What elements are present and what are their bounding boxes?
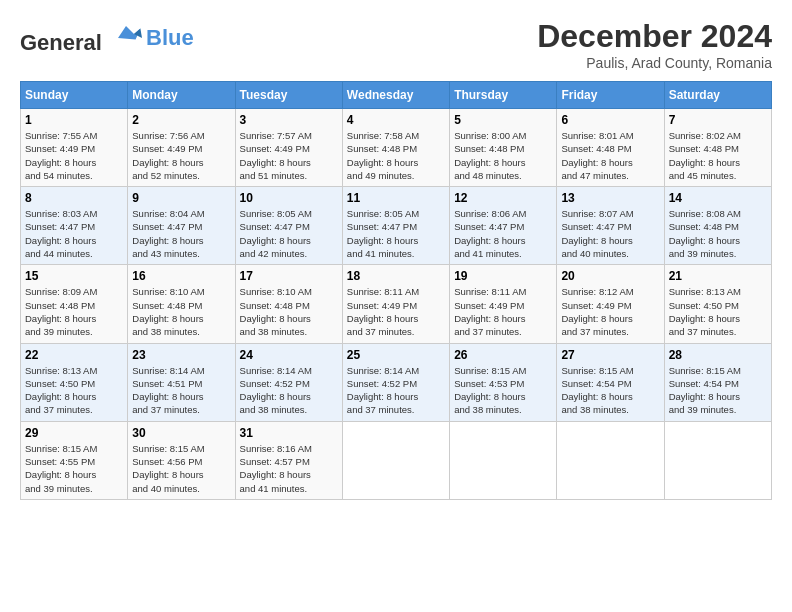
day-number: 12 (454, 191, 552, 205)
month-title: December 2024 (537, 18, 772, 55)
day-info: Sunrise: 8:00 AM Sunset: 4:48 PM Dayligh… (454, 129, 552, 182)
calendar-cell: 14Sunrise: 8:08 AM Sunset: 4:48 PM Dayli… (664, 187, 771, 265)
calendar-cell: 20Sunrise: 8:12 AM Sunset: 4:49 PM Dayli… (557, 265, 664, 343)
calendar-cell: 19Sunrise: 8:11 AM Sunset: 4:49 PM Dayli… (450, 265, 557, 343)
day-number: 13 (561, 191, 659, 205)
day-info: Sunrise: 8:12 AM Sunset: 4:49 PM Dayligh… (561, 285, 659, 338)
calendar-cell: 4Sunrise: 7:58 AM Sunset: 4:48 PM Daylig… (342, 109, 449, 187)
day-number: 26 (454, 348, 552, 362)
day-number: 29 (25, 426, 123, 440)
calendar-cell: 28Sunrise: 8:15 AM Sunset: 4:54 PM Dayli… (664, 343, 771, 421)
calendar-cell: 6Sunrise: 8:01 AM Sunset: 4:48 PM Daylig… (557, 109, 664, 187)
day-info: Sunrise: 8:14 AM Sunset: 4:52 PM Dayligh… (240, 364, 338, 417)
day-number: 15 (25, 269, 123, 283)
header: General Blue December 2024 Paulis, Arad … (20, 18, 772, 71)
day-info: Sunrise: 8:09 AM Sunset: 4:48 PM Dayligh… (25, 285, 123, 338)
day-number: 5 (454, 113, 552, 127)
day-info: Sunrise: 8:14 AM Sunset: 4:51 PM Dayligh… (132, 364, 230, 417)
calendar-cell: 31Sunrise: 8:16 AM Sunset: 4:57 PM Dayli… (235, 421, 342, 499)
day-info: Sunrise: 8:11 AM Sunset: 4:49 PM Dayligh… (347, 285, 445, 338)
calendar-cell: 17Sunrise: 8:10 AM Sunset: 4:48 PM Dayli… (235, 265, 342, 343)
day-info: Sunrise: 8:05 AM Sunset: 4:47 PM Dayligh… (240, 207, 338, 260)
day-of-week-header: Sunday (21, 82, 128, 109)
calendar-cell (664, 421, 771, 499)
calendar-cell: 10Sunrise: 8:05 AM Sunset: 4:47 PM Dayli… (235, 187, 342, 265)
calendar-cell: 21Sunrise: 8:13 AM Sunset: 4:50 PM Dayli… (664, 265, 771, 343)
day-info: Sunrise: 8:06 AM Sunset: 4:47 PM Dayligh… (454, 207, 552, 260)
day-number: 8 (25, 191, 123, 205)
day-number: 16 (132, 269, 230, 283)
calendar-cell: 12Sunrise: 8:06 AM Sunset: 4:47 PM Dayli… (450, 187, 557, 265)
calendar-cell: 22Sunrise: 8:13 AM Sunset: 4:50 PM Dayli… (21, 343, 128, 421)
calendar-cell: 27Sunrise: 8:15 AM Sunset: 4:54 PM Dayli… (557, 343, 664, 421)
day-info: Sunrise: 8:10 AM Sunset: 4:48 PM Dayligh… (240, 285, 338, 338)
logo-general: General (20, 30, 102, 55)
calendar-cell: 26Sunrise: 8:15 AM Sunset: 4:53 PM Dayli… (450, 343, 557, 421)
day-of-week-header: Tuesday (235, 82, 342, 109)
day-number: 19 (454, 269, 552, 283)
calendar-cell: 25Sunrise: 8:14 AM Sunset: 4:52 PM Dayli… (342, 343, 449, 421)
calendar-cell: 7Sunrise: 8:02 AM Sunset: 4:48 PM Daylig… (664, 109, 771, 187)
day-info: Sunrise: 8:15 AM Sunset: 4:55 PM Dayligh… (25, 442, 123, 495)
day-number: 27 (561, 348, 659, 362)
day-info: Sunrise: 8:15 AM Sunset: 4:53 PM Dayligh… (454, 364, 552, 417)
day-number: 21 (669, 269, 767, 283)
calendar-week-row: 15Sunrise: 8:09 AM Sunset: 4:48 PM Dayli… (21, 265, 772, 343)
day-info: Sunrise: 8:04 AM Sunset: 4:47 PM Dayligh… (132, 207, 230, 260)
day-info: Sunrise: 8:03 AM Sunset: 4:47 PM Dayligh… (25, 207, 123, 260)
logo-blue: Blue (146, 25, 194, 51)
day-number: 10 (240, 191, 338, 205)
calendar-cell: 5Sunrise: 8:00 AM Sunset: 4:48 PM Daylig… (450, 109, 557, 187)
calendar-cell: 23Sunrise: 8:14 AM Sunset: 4:51 PM Dayli… (128, 343, 235, 421)
day-number: 24 (240, 348, 338, 362)
logo-bird-icon (110, 18, 142, 50)
calendar-cell (342, 421, 449, 499)
day-info: Sunrise: 8:05 AM Sunset: 4:47 PM Dayligh… (347, 207, 445, 260)
calendar-cell: 3Sunrise: 7:57 AM Sunset: 4:49 PM Daylig… (235, 109, 342, 187)
day-number: 14 (669, 191, 767, 205)
day-info: Sunrise: 8:15 AM Sunset: 4:56 PM Dayligh… (132, 442, 230, 495)
calendar-cell: 15Sunrise: 8:09 AM Sunset: 4:48 PM Dayli… (21, 265, 128, 343)
calendar-cell: 13Sunrise: 8:07 AM Sunset: 4:47 PM Dayli… (557, 187, 664, 265)
day-number: 6 (561, 113, 659, 127)
day-number: 30 (132, 426, 230, 440)
day-of-week-header: Friday (557, 82, 664, 109)
location: Paulis, Arad County, Romania (537, 55, 772, 71)
day-info: Sunrise: 7:58 AM Sunset: 4:48 PM Dayligh… (347, 129, 445, 182)
day-number: 4 (347, 113, 445, 127)
day-info: Sunrise: 8:16 AM Sunset: 4:57 PM Dayligh… (240, 442, 338, 495)
calendar-cell: 9Sunrise: 8:04 AM Sunset: 4:47 PM Daylig… (128, 187, 235, 265)
logo: General Blue (20, 18, 194, 55)
day-number: 1 (25, 113, 123, 127)
day-number: 7 (669, 113, 767, 127)
calendar-header-row: SundayMondayTuesdayWednesdayThursdayFrid… (21, 82, 772, 109)
day-number: 31 (240, 426, 338, 440)
calendar-cell: 29Sunrise: 8:15 AM Sunset: 4:55 PM Dayli… (21, 421, 128, 499)
calendar-week-row: 29Sunrise: 8:15 AM Sunset: 4:55 PM Dayli… (21, 421, 772, 499)
calendar-week-row: 22Sunrise: 8:13 AM Sunset: 4:50 PM Dayli… (21, 343, 772, 421)
page-container: General Blue December 2024 Paulis, Arad … (0, 0, 792, 510)
calendar-cell: 11Sunrise: 8:05 AM Sunset: 4:47 PM Dayli… (342, 187, 449, 265)
calendar-cell: 16Sunrise: 8:10 AM Sunset: 4:48 PM Dayli… (128, 265, 235, 343)
day-info: Sunrise: 8:14 AM Sunset: 4:52 PM Dayligh… (347, 364, 445, 417)
day-info: Sunrise: 8:13 AM Sunset: 4:50 PM Dayligh… (669, 285, 767, 338)
day-info: Sunrise: 8:13 AM Sunset: 4:50 PM Dayligh… (25, 364, 123, 417)
calendar-cell: 1Sunrise: 7:55 AM Sunset: 4:49 PM Daylig… (21, 109, 128, 187)
day-info: Sunrise: 8:15 AM Sunset: 4:54 PM Dayligh… (669, 364, 767, 417)
calendar-cell (557, 421, 664, 499)
day-info: Sunrise: 7:56 AM Sunset: 4:49 PM Dayligh… (132, 129, 230, 182)
day-number: 9 (132, 191, 230, 205)
day-info: Sunrise: 8:15 AM Sunset: 4:54 PM Dayligh… (561, 364, 659, 417)
day-number: 23 (132, 348, 230, 362)
day-number: 22 (25, 348, 123, 362)
calendar-week-row: 8Sunrise: 8:03 AM Sunset: 4:47 PM Daylig… (21, 187, 772, 265)
day-number: 3 (240, 113, 338, 127)
calendar-cell: 2Sunrise: 7:56 AM Sunset: 4:49 PM Daylig… (128, 109, 235, 187)
calendar-cell: 18Sunrise: 8:11 AM Sunset: 4:49 PM Dayli… (342, 265, 449, 343)
calendar-week-row: 1Sunrise: 7:55 AM Sunset: 4:49 PM Daylig… (21, 109, 772, 187)
day-info: Sunrise: 8:10 AM Sunset: 4:48 PM Dayligh… (132, 285, 230, 338)
title-section: December 2024 Paulis, Arad County, Roman… (537, 18, 772, 71)
day-number: 11 (347, 191, 445, 205)
day-info: Sunrise: 8:08 AM Sunset: 4:48 PM Dayligh… (669, 207, 767, 260)
day-info: Sunrise: 8:07 AM Sunset: 4:47 PM Dayligh… (561, 207, 659, 260)
